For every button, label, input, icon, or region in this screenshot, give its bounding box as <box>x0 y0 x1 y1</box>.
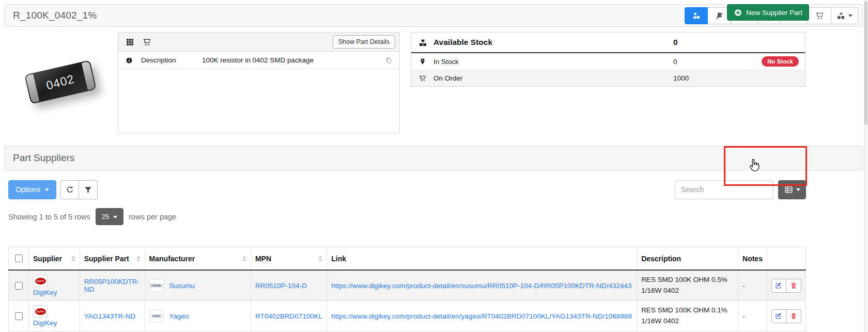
digikey-logo: DigiKey <box>33 305 48 318</box>
digikey-logo: DigiKey <box>33 275 48 287</box>
part-details-header: Show Part Details <box>118 33 399 52</box>
mpn-link[interactable]: RT0402BRD07100KL <box>255 312 322 320</box>
manufacturer-link[interactable]: Yageo <box>169 312 189 320</box>
row-checkbox[interactable] <box>15 282 23 290</box>
copy-icon[interactable] <box>385 57 392 64</box>
description-cell: RES SMD 100K OHM 0.1% 1/16W 0402 <box>637 301 738 331</box>
info-icon <box>126 57 133 64</box>
options-dropdown-button[interactable]: Options <box>8 180 56 199</box>
sort-icon <box>242 254 246 264</box>
page-size-value: 25 <box>102 213 109 220</box>
on-order-label: On Order <box>433 74 462 82</box>
shopping-cart-icon <box>143 38 151 46</box>
mpn-link[interactable]: RR0510P-104-D <box>255 282 307 290</box>
manufacturer-link[interactable]: Susumu <box>169 282 195 290</box>
rows-per-page-label: rows per page <box>129 213 176 221</box>
in-stock-label: In Stock <box>433 58 459 66</box>
part-suppliers-title: Part Suppliers <box>13 152 74 164</box>
showing-rows-text: Showing 1 to 5 of 5 rows <box>8 213 90 221</box>
location-pin-icon <box>419 58 433 65</box>
supplier-link[interactable]: DigiKey <box>33 289 75 296</box>
sort-icon <box>136 254 141 264</box>
supplier-part-link[interactable]: YAG1343TR-ND <box>84 312 136 320</box>
new-supplier-part-label: New Supplier Part <box>746 9 802 17</box>
delete-row-button[interactable] <box>786 279 801 293</box>
columns-dropdown-button[interactable] <box>778 180 806 199</box>
edit-row-button[interactable] <box>771 309 786 323</box>
refresh-button[interactable] <box>60 180 79 199</box>
manufacturer-logo: SUSUMU <box>149 279 164 292</box>
part-suppliers-header: Part Suppliers <box>4 146 863 170</box>
filter-icon <box>84 185 92 194</box>
resistor-package-label: 0402 <box>45 72 76 92</box>
suppliers-table: Supplier Supplier Part Manufacturer MPN … <box>8 247 806 331</box>
available-stock-value: 0 <box>673 38 678 47</box>
shapes-icon <box>836 11 845 20</box>
description-row: Description 100K resistor in 0402 SMD pa… <box>118 52 399 69</box>
pagination-info: Showing 1 to 5 of 5 rows 25 rows per pag… <box>8 208 176 225</box>
column-header-supplier-part[interactable]: Supplier Part <box>80 247 145 271</box>
shopping-cart-icon <box>815 11 824 20</box>
resistor-chip-graphic: 0402 <box>24 60 97 104</box>
part-details-panel: Show Part Details Description 100K resis… <box>118 32 400 133</box>
column-header-description: Description <box>637 247 738 271</box>
sort-icon <box>318 254 322 264</box>
row-checkbox[interactable] <box>15 312 23 320</box>
available-stock-header: Available Stock 0 <box>411 33 805 53</box>
shopping-cart-icon <box>419 75 433 82</box>
table-columns-icon <box>784 185 793 194</box>
user-shield-icon <box>692 11 701 20</box>
order-part-button[interactable] <box>808 7 831 24</box>
page-size-dropdown[interactable]: 25 <box>96 208 123 225</box>
chevron-down-icon <box>113 216 117 220</box>
column-header-mpn[interactable]: MPN <box>251 247 327 271</box>
select-all-checkbox[interactable] <box>15 255 23 262</box>
notes-cell: - <box>738 270 767 301</box>
supplier-link[interactable]: DigiKey <box>33 319 75 327</box>
new-supplier-part-button[interactable]: New Supplier Part <box>727 4 809 21</box>
supplier-part-link[interactable]: RR05P100KDTR-ND <box>84 278 140 293</box>
sort-icon <box>71 254 75 264</box>
edit-pencil-icon <box>775 312 782 320</box>
description-label: Description <box>141 56 202 64</box>
trash-icon <box>790 312 797 320</box>
external-url-link[interactable]: https://www.digikey.com/product-detail/e… <box>331 312 632 320</box>
available-stock-panel: Available Stock 0 In Stock 0 No Stock On… <box>411 32 805 87</box>
scrollbar-thumb[interactable] <box>864 1 867 125</box>
available-stock-label: Available Stock <box>433 38 492 47</box>
subscribe-button[interactable] <box>685 7 708 24</box>
column-header-manufacturer[interactable]: Manufacturer <box>145 247 251 271</box>
description-value: 100K resistor in 0402 SMD package <box>202 56 385 64</box>
on-order-row: On Order 1000 <box>411 70 805 86</box>
on-order-value: 1000 <box>673 74 689 82</box>
external-url-link[interactable]: https://www.digikey.com/product-detail/e… <box>331 282 631 290</box>
in-stock-value: 0 <box>673 58 677 66</box>
search-input[interactable] <box>675 180 773 199</box>
table-action-group <box>60 180 98 199</box>
part-thumbnail-image[interactable]: 0402 <box>14 41 106 123</box>
column-header-supplier[interactable]: Supplier <box>29 247 80 271</box>
in-stock-row: In Stock 0 No Stock <box>411 53 805 70</box>
show-part-details-button[interactable]: Show Part Details <box>333 35 395 49</box>
grid-icon <box>126 38 134 46</box>
table-row: DigiKey DigiKey YAG1343TR-ND YAGEO Yageo… <box>9 301 806 331</box>
options-label: Options <box>16 185 40 194</box>
delete-row-button[interactable] <box>786 309 801 323</box>
notes-cell: - <box>738 301 767 331</box>
mouse-cursor-icon <box>747 157 761 173</box>
column-header-actions <box>767 247 805 271</box>
filter-button[interactable] <box>79 180 98 199</box>
part-actions-button[interactable] <box>831 7 858 24</box>
chevron-down-icon <box>45 188 49 193</box>
no-stock-badge: No Stock <box>762 56 799 67</box>
table-header-row: Supplier Supplier Part Manufacturer MPN … <box>9 247 806 271</box>
edit-row-button[interactable] <box>771 279 786 293</box>
page-scrollbar[interactable] <box>864 0 868 332</box>
trash-icon <box>790 282 797 289</box>
description-cell: RES SMD 100K OHM 0.5% 1/16W 0402 <box>637 270 738 301</box>
table-search-area <box>675 180 806 199</box>
column-header-link: Link <box>327 247 637 271</box>
table-toolbar: Options <box>8 180 806 199</box>
column-header-notes: Notes <box>738 247 767 271</box>
stock-boxes-icon <box>419 38 433 47</box>
